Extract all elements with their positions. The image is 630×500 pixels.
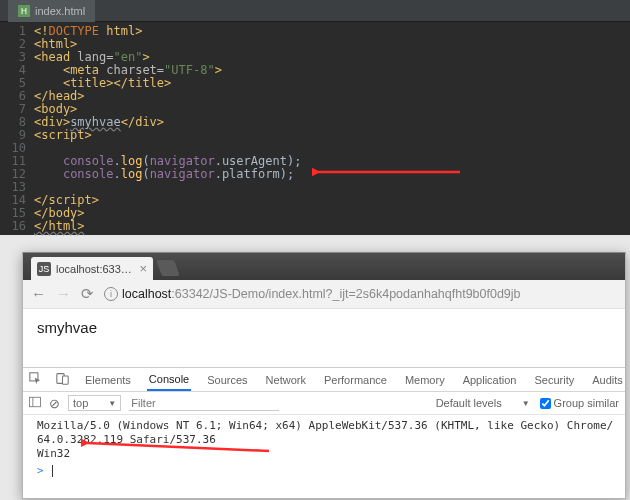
console-filter-input[interactable] bbox=[129, 396, 279, 411]
devtools-tab-console[interactable]: Console bbox=[147, 369, 191, 391]
html-file-icon: H bbox=[18, 5, 30, 17]
line-gutter: 12345678910111213141516 bbox=[0, 25, 34, 233]
inspect-icon[interactable] bbox=[29, 372, 42, 388]
browser-window: JS localhost:63342/JS-De × ← → ⟳ i local… bbox=[22, 252, 626, 499]
page-text: smyhvae bbox=[37, 319, 97, 336]
console-prompt[interactable]: > bbox=[37, 464, 617, 478]
console-output[interactable]: Mozilla/5.0 (Windows NT 6.1; Win64; x64)… bbox=[23, 415, 625, 482]
browser-tabstrip: JS localhost:63342/JS-De × bbox=[23, 253, 625, 280]
editor-tab-indexhtml[interactable]: H index.html bbox=[8, 0, 95, 22]
devtools-tab-performance[interactable]: Performance bbox=[322, 370, 389, 390]
reload-icon[interactable]: ⟳ bbox=[81, 285, 94, 303]
page-content: smyhvae bbox=[23, 309, 625, 367]
devtools-panel: Elements Console Sources Network Perform… bbox=[23, 367, 625, 482]
devtools-tabs: Elements Console Sources Network Perform… bbox=[23, 368, 625, 392]
console-toolbar: ⊘ top▼ Default levels▼ Group similar bbox=[23, 392, 625, 415]
log-levels-selector[interactable]: Default levels▼ bbox=[432, 396, 534, 410]
clear-console-icon[interactable]: ⊘ bbox=[49, 396, 60, 411]
devtools-tab-application[interactable]: Application bbox=[461, 370, 519, 390]
context-selector[interactable]: top▼ bbox=[68, 395, 121, 411]
editor-tab-label: index.html bbox=[35, 5, 85, 17]
devtools-tab-security[interactable]: Security bbox=[532, 370, 576, 390]
devtools-tab-elements[interactable]: Elements bbox=[83, 370, 133, 390]
group-similar-toggle[interactable]: Group similar bbox=[540, 397, 619, 409]
forward-icon[interactable]: → bbox=[56, 285, 71, 303]
svg-rect-6 bbox=[29, 397, 40, 406]
code-content[interactable]: <!DOCTYPE html> <html> <head lang="en"> … bbox=[34, 25, 630, 233]
devtools-tab-network[interactable]: Network bbox=[264, 370, 308, 390]
browser-tab[interactable]: JS localhost:63342/JS-De × bbox=[31, 257, 153, 280]
console-sidebar-toggle-icon[interactable] bbox=[29, 396, 41, 410]
group-similar-checkbox[interactable] bbox=[540, 398, 551, 409]
console-log-line: Mozilla/5.0 (Windows NT 6.1; Win64; x64)… bbox=[37, 419, 617, 447]
new-tab-button[interactable] bbox=[156, 260, 180, 276]
div-text: smyhvae bbox=[70, 115, 121, 129]
browser-tab-title: localhost:63342/JS-De bbox=[56, 263, 134, 275]
close-tab-icon[interactable]: × bbox=[139, 261, 147, 276]
devtools-tab-audits[interactable]: Audits bbox=[590, 370, 625, 390]
devtools-tab-memory[interactable]: Memory bbox=[403, 370, 447, 390]
device-toggle-icon[interactable] bbox=[56, 372, 69, 388]
site-info-icon[interactable]: i bbox=[104, 287, 118, 301]
svg-text:H: H bbox=[21, 7, 27, 16]
devtools-tab-sources[interactable]: Sources bbox=[205, 370, 249, 390]
url-field[interactable]: i localhost:63342/JS-Demo/index.html?_ij… bbox=[104, 287, 617, 301]
code-area[interactable]: 12345678910111213141516 <!DOCTYPE html> … bbox=[0, 22, 630, 233]
editor-tab-bar: H index.html bbox=[0, 0, 630, 22]
code-editor: H index.html 12345678910111213141516 <!D… bbox=[0, 0, 630, 235]
favicon-icon: JS bbox=[37, 262, 51, 276]
svg-rect-5 bbox=[63, 376, 69, 384]
console-log-line: Win32 bbox=[37, 447, 617, 461]
back-icon[interactable]: ← bbox=[31, 285, 46, 303]
address-bar: ← → ⟳ i localhost:63342/JS-Demo/index.ht… bbox=[23, 280, 625, 309]
